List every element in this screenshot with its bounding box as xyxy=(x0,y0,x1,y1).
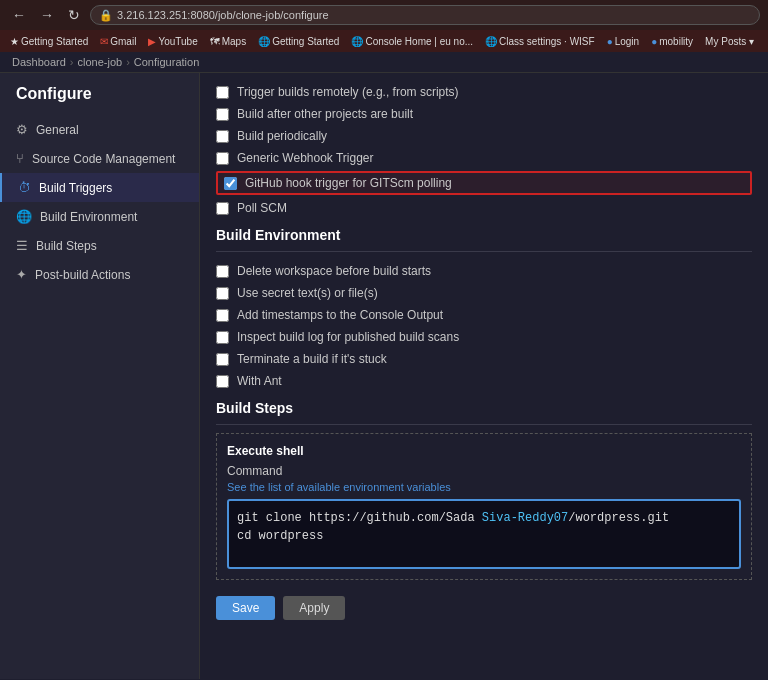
build-environment-section: Build Environment Delete workspace befor… xyxy=(216,219,752,392)
class-icon: 🌐 xyxy=(485,36,497,47)
trigger-webhook-label: Generic Webhook Trigger xyxy=(237,151,374,165)
sidebar-title: Configure xyxy=(0,85,199,115)
poll-scm-row: Poll SCM xyxy=(216,197,752,219)
content-area: Trigger builds remotely (e.g., from scri… xyxy=(200,73,768,679)
main-layout: Configure ⚙ General ⑂ Source Code Manage… xyxy=(0,73,768,679)
sidebar: Configure ⚙ General ⑂ Source Code Manage… xyxy=(0,73,200,679)
sidebar-item-general[interactable]: ⚙ General xyxy=(0,115,199,144)
env-secret-row: Use secret text(s) or file(s) xyxy=(216,282,752,304)
save-button[interactable]: Save xyxy=(216,596,275,620)
env-inspect-label: Inspect build log for published build sc… xyxy=(237,330,459,344)
env-secret-label: Use secret text(s) or file(s) xyxy=(237,286,378,300)
bookmark-maps[interactable]: 🗺 Maps xyxy=(206,35,250,48)
trigger-periodic-row: Build periodically xyxy=(216,125,752,147)
sidebar-label-general: General xyxy=(36,123,79,137)
bookmark-class-settings[interactable]: 🌐 Class settings · WISF xyxy=(481,35,599,48)
sidebar-item-scm[interactable]: ⑂ Source Code Management xyxy=(0,144,199,173)
code-line-2: cd wordpress xyxy=(237,527,731,545)
sidebar-item-build-env[interactable]: 🌐 Build Environment xyxy=(0,202,199,231)
globe-icon: 🌐 xyxy=(258,36,270,47)
star-icon: ★ xyxy=(10,36,19,47)
sidebar-item-build-triggers[interactable]: ⏱ Build Triggers xyxy=(0,173,199,202)
trigger-after-checkbox[interactable] xyxy=(216,108,229,121)
env-terminate-checkbox[interactable] xyxy=(216,353,229,366)
breadcrumb-sep1: › xyxy=(70,56,74,68)
clock-icon: ⏱ xyxy=(18,180,31,195)
trigger-remote-checkbox[interactable] xyxy=(216,86,229,99)
gear-icon: ⚙ xyxy=(16,122,28,137)
github-hook-checkbox[interactable] xyxy=(224,177,237,190)
login-icon: ● xyxy=(607,36,613,47)
globe-icon2: 🌐 xyxy=(16,209,32,224)
bookmark-my-posts[interactable]: My Posts ▾ xyxy=(701,35,758,48)
build-steps-section: Build Steps Execute shell Command See th… xyxy=(216,392,752,580)
env-delete-checkbox[interactable] xyxy=(216,265,229,278)
sidebar-label-build-env: Build Environment xyxy=(40,210,137,224)
address-text: 3.216.123.251:8080/job/clone-job/configu… xyxy=(117,9,329,21)
env-ant-label: With Ant xyxy=(237,374,282,388)
reload-button[interactable]: ↻ xyxy=(64,5,84,25)
env-terminate-label: Terminate a build if it's stuck xyxy=(237,352,387,366)
bookmarks-bar: ★ Getting Started ✉ Gmail ▶ YouTube 🗺 Ma… xyxy=(0,30,768,52)
branch-icon: ⑂ xyxy=(16,151,24,166)
env-vars-link[interactable]: See the list of available environment va… xyxy=(227,481,741,493)
apply-button[interactable]: Apply xyxy=(283,596,345,620)
build-triggers-section: Trigger builds remotely (e.g., from scri… xyxy=(216,81,752,219)
code-editor[interactable]: git clone https://github.com/Sada Siva-R… xyxy=(227,499,741,569)
build-env-title: Build Environment xyxy=(216,219,752,252)
sidebar-label-build-steps: Build Steps xyxy=(36,239,97,253)
sidebar-item-post-build[interactable]: ✦ Post-build Actions xyxy=(0,260,199,289)
trigger-remote-label: Trigger builds remotely (e.g., from scri… xyxy=(237,85,459,99)
code-line-1: git clone https://github.com/Sada Siva-R… xyxy=(237,509,731,527)
bookmark-gmail[interactable]: ✉ Gmail xyxy=(96,35,140,48)
trigger-webhook-row: Generic Webhook Trigger xyxy=(216,147,752,169)
sidebar-label-scm: Source Code Management xyxy=(32,152,175,166)
trigger-after-label: Build after other projects are built xyxy=(237,107,413,121)
env-terminate-row: Terminate a build if it's stuck xyxy=(216,348,752,370)
bookmark-getting-started2[interactable]: 🌐 Getting Started xyxy=(254,35,343,48)
breadcrumb-sep2: › xyxy=(126,56,130,68)
trigger-remote-row: Trigger builds remotely (e.g., from scri… xyxy=(216,81,752,103)
address-bar[interactable]: 🔒 3.216.123.251:8080/job/clone-job/confi… xyxy=(90,5,760,25)
maps-icon: 🗺 xyxy=(210,36,220,47)
env-delete-label: Delete workspace before build starts xyxy=(237,264,431,278)
highlight-name: Siva-Reddy07 xyxy=(482,511,568,525)
trigger-periodic-checkbox[interactable] xyxy=(216,130,229,143)
env-inspect-row: Inspect build log for published build sc… xyxy=(216,326,752,348)
env-vars-link-text: See the list of available environment va… xyxy=(227,481,451,493)
poll-scm-label: Poll SCM xyxy=(237,201,287,215)
breadcrumb-dashboard[interactable]: Dashboard xyxy=(12,56,66,68)
bookmark-login[interactable]: ● Login xyxy=(603,35,644,48)
bookmark-getting-started[interactable]: ★ Getting Started xyxy=(6,35,92,48)
breadcrumb: Dashboard › clone-job › Configuration xyxy=(0,52,768,73)
env-timestamps-label: Add timestamps to the Console Output xyxy=(237,308,443,322)
command-label: Command xyxy=(227,464,741,478)
env-delete-row: Delete workspace before build starts xyxy=(216,260,752,282)
trigger-webhook-checkbox[interactable] xyxy=(216,152,229,165)
steps-icon: ☰ xyxy=(16,238,28,253)
breadcrumb-configuration: Configuration xyxy=(134,56,199,68)
bookmark-console[interactable]: 🌐 Console Home | eu no... xyxy=(347,35,477,48)
sidebar-label-build-triggers: Build Triggers xyxy=(39,181,112,195)
env-ant-checkbox[interactable] xyxy=(216,375,229,388)
action-buttons: Save Apply xyxy=(216,586,752,630)
lock-icon: 🔒 xyxy=(99,9,113,22)
breadcrumb-clone-job[interactable]: clone-job xyxy=(78,56,123,68)
post-build-icon: ✦ xyxy=(16,267,27,282)
bookmark-youtube[interactable]: ▶ YouTube xyxy=(144,35,201,48)
trigger-after-row: Build after other projects are built xyxy=(216,103,752,125)
back-button[interactable]: ← xyxy=(8,5,30,25)
poll-scm-checkbox[interactable] xyxy=(216,202,229,215)
sidebar-item-build-steps[interactable]: ☰ Build Steps xyxy=(0,231,199,260)
browser-chrome: ← → ↻ 🔒 3.216.123.251:8080/job/clone-job… xyxy=(0,0,768,30)
env-inspect-checkbox[interactable] xyxy=(216,331,229,344)
bookmark-mobility[interactable]: ● mobility xyxy=(647,35,697,48)
env-timestamps-checkbox[interactable] xyxy=(216,309,229,322)
forward-button[interactable]: → xyxy=(36,5,58,25)
mobility-icon: ● xyxy=(651,36,657,47)
gmail-icon: ✉ xyxy=(100,36,108,47)
env-ant-row: With Ant xyxy=(216,370,752,392)
github-hook-trigger-row: GitHub hook trigger for GITScm polling xyxy=(216,171,752,195)
youtube-icon: ▶ xyxy=(148,36,156,47)
env-secret-checkbox[interactable] xyxy=(216,287,229,300)
